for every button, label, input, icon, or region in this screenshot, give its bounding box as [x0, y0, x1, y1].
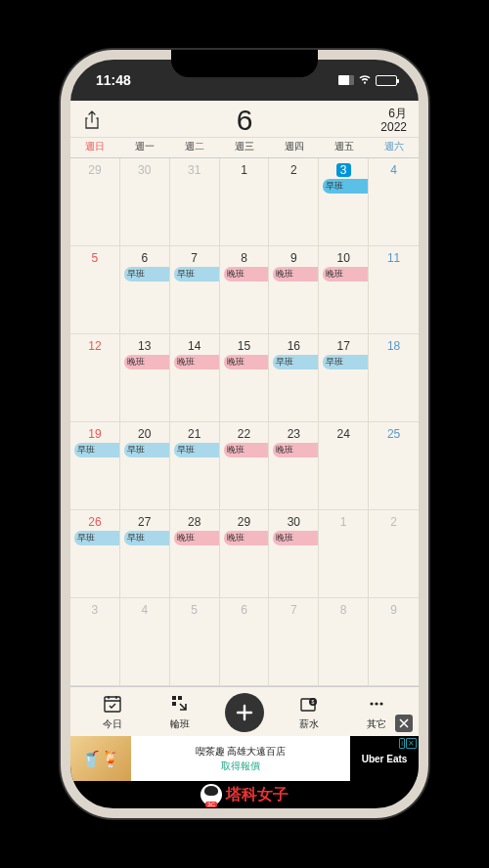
year-label: 2022 — [380, 120, 407, 134]
day-cell[interactable]: 18 — [369, 334, 419, 421]
weekday-thu: 週四 — [269, 140, 319, 153]
day-cell[interactable]: 14晚班 — [170, 334, 220, 421]
salary-label: 薪水 — [299, 717, 319, 731]
shift-badge: 晚班 — [273, 267, 318, 282]
day-number: 2 — [390, 515, 397, 529]
day-cell[interactable]: 19早班 — [70, 422, 120, 509]
day-cell[interactable]: 12 — [70, 334, 120, 421]
day-cell[interactable]: 29 — [70, 158, 120, 245]
shift-badge: 早班 — [74, 443, 119, 457]
day-number: 4 — [390, 163, 397, 177]
week-row: 56早班7早班8晚班9晚班10晚班11 — [70, 246, 419, 334]
day-number: 29 — [88, 163, 101, 177]
day-cell[interactable]: 9 — [369, 598, 419, 685]
day-cell[interactable]: 22晚班 — [220, 422, 270, 509]
weekday-wed: 週三 — [220, 140, 270, 153]
day-cell[interactable]: 24 — [319, 422, 369, 509]
status-time: 11:48 — [96, 72, 131, 88]
day-cell[interactable]: 7 — [269, 598, 319, 685]
other-label: 其它 — [367, 717, 386, 731]
day-cell[interactable]: 9晚班 — [269, 246, 319, 333]
day-cell[interactable]: 6 — [220, 598, 270, 685]
ad-title: 喫茶趣 高雄大遠百店 — [196, 745, 287, 759]
day-cell[interactable]: 28晚班 — [170, 510, 220, 597]
day-number: 6 — [141, 251, 148, 265]
day-cell[interactable]: 4 — [120, 598, 170, 685]
day-number: 6 — [241, 603, 247, 617]
day-number: 20 — [138, 427, 151, 441]
day-cell[interactable]: 25 — [369, 422, 419, 509]
day-cell[interactable]: 17早班 — [319, 334, 369, 421]
day-number: 15 — [238, 339, 250, 353]
day-number: 25 — [387, 427, 400, 441]
notch — [171, 50, 318, 77]
brand-avatar-icon: 3C — [200, 784, 222, 805]
weekday-row: 週日 週一 週二 週三 週四 週五 週六 — [70, 138, 419, 158]
day-cell[interactable]: 30晚班 — [269, 510, 319, 597]
shift-badge: 早班 — [273, 355, 318, 369]
shift-button[interactable]: 輪班 — [156, 694, 203, 731]
day-cell[interactable]: 8 — [319, 598, 369, 685]
shift-badge: 晚班 — [174, 355, 219, 369]
cellular-icon — [338, 75, 354, 85]
close-ad-button[interactable] — [395, 715, 413, 732]
ad-cta: 取得報價 — [221, 760, 260, 773]
week-row: 3456789 — [70, 598, 419, 686]
brand-name: 塔科女子 — [226, 785, 289, 805]
day-cell[interactable]: 5 — [70, 246, 120, 333]
day-number: 1 — [241, 163, 247, 177]
day-number: 1 — [340, 515, 347, 529]
day-cell[interactable]: 2 — [369, 510, 419, 597]
day-cell[interactable]: 13晚班 — [120, 334, 170, 421]
calendar-check-icon — [103, 694, 122, 716]
day-cell[interactable]: 6早班 — [120, 246, 170, 333]
day-cell[interactable]: 1 — [319, 510, 369, 597]
day-cell[interactable]: 2 — [269, 158, 319, 245]
day-cell[interactable]: 16早班 — [269, 334, 319, 421]
day-cell[interactable]: 11 — [369, 246, 419, 333]
day-cell[interactable]: 8晚班 — [220, 246, 270, 333]
day-cell[interactable]: 23晚班 — [269, 422, 319, 509]
day-cell[interactable]: 4 — [369, 158, 419, 245]
weekday-fri: 週五 — [319, 140, 369, 153]
share-button[interactable] — [82, 108, 102, 132]
month-year-label[interactable]: 6月 2022 — [380, 107, 407, 135]
day-number: 27 — [138, 515, 151, 529]
salary-button[interactable]: $ 薪水 — [286, 694, 333, 731]
weekday-mon: 週一 — [120, 140, 170, 153]
day-number: 18 — [387, 339, 400, 353]
day-cell[interactable]: 21早班 — [170, 422, 220, 509]
today-button[interactable]: 今日 — [89, 694, 136, 731]
battery-icon — [376, 75, 397, 86]
day-cell[interactable]: 30 — [120, 158, 170, 245]
status-icons — [338, 75, 397, 86]
day-cell[interactable]: 7早班 — [170, 246, 220, 333]
day-cell[interactable]: 10晚班 — [319, 246, 369, 333]
ad-banner[interactable]: 🥤🍹 喫茶趣 高雄大遠百店 取得報價 Uber Eats i✕ — [70, 736, 419, 781]
day-cell[interactable]: 3早班 — [319, 158, 369, 245]
close-icon — [399, 718, 409, 728]
day-number: 3 — [92, 603, 99, 617]
day-number: 29 — [238, 515, 250, 529]
day-cell[interactable]: 26早班 — [70, 510, 120, 597]
day-cell[interactable]: 29晚班 — [220, 510, 270, 597]
shift-badge: 晚班 — [224, 531, 269, 545]
day-cell[interactable]: 3 — [70, 598, 120, 685]
day-cell[interactable]: 31 — [170, 158, 220, 245]
day-number: 5 — [191, 603, 198, 617]
week-row: 26早班27早班28晚班29晚班30晚班12 — [70, 510, 419, 598]
day-cell[interactable]: 27早班 — [120, 510, 170, 597]
day-cell[interactable]: 5 — [170, 598, 220, 685]
add-button[interactable] — [225, 693, 264, 732]
day-cell[interactable]: 1 — [220, 158, 270, 245]
ad-info-badge[interactable]: i✕ — [399, 738, 417, 749]
calendar-grid: 293031123早班456早班7早班8晚班9晚班10晚班111213晚班14晚… — [70, 158, 419, 686]
shift-badge: 晚班 — [224, 443, 269, 457]
other-button[interactable]: 其它 — [353, 694, 400, 731]
day-number: 21 — [188, 427, 200, 441]
day-number: 9 — [390, 603, 397, 617]
day-cell[interactable]: 15晚班 — [220, 334, 270, 421]
day-cell[interactable]: 20早班 — [120, 422, 170, 509]
watermark-bar: 3C 塔科女子 — [70, 781, 419, 808]
month-label: 6月 — [380, 107, 407, 120]
